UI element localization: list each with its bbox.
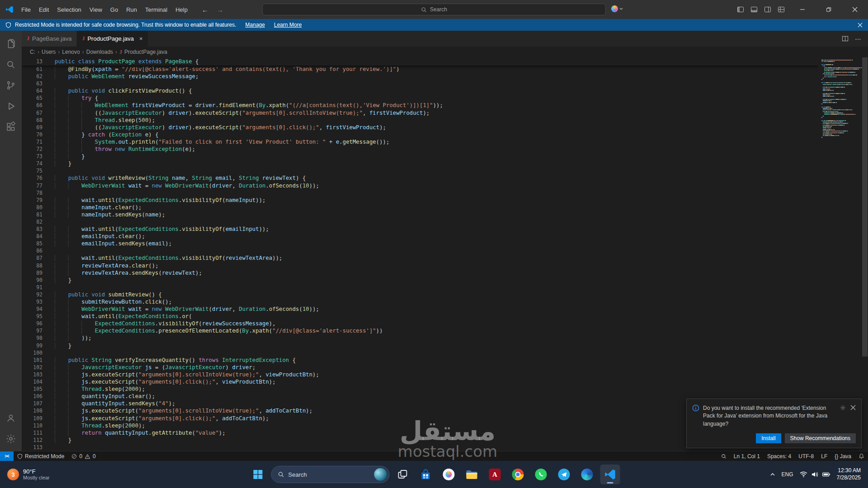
taskbar-app-vscode[interactable] <box>600 465 620 484</box>
sticky-scroll-line[interactable]: 13public class ProductPage extends PageB… <box>22 57 818 66</box>
minimap-line <box>823 78 862 79</box>
notifications-bell-icon[interactable] <box>855 451 868 461</box>
toggle-panel-icon[interactable] <box>750 6 758 13</box>
notification-settings-gear-icon[interactable] <box>840 405 846 411</box>
menu-run[interactable]: Run <box>122 4 141 15</box>
back-arrow-icon[interactable]: ← <box>202 6 208 14</box>
maximize-restore-button[interactable] <box>816 0 842 19</box>
banner-close-icon[interactable] <box>858 23 863 28</box>
breadcrumb-item[interactable]: JProductPage.java <box>119 49 167 56</box>
clock[interactable]: 12:30 AM 7/28/2025 <box>837 467 861 481</box>
menu-file[interactable]: File <box>17 4 35 15</box>
status-cursor-position[interactable]: Ln 1, Col 1 <box>730 451 764 461</box>
status-eol[interactable]: LF <box>817 451 831 461</box>
breadcrumb-label: Users <box>42 49 56 55</box>
taskbar-app-telegram[interactable] <box>554 465 574 484</box>
breadcrumb-item[interactable]: Users <box>42 49 56 55</box>
minimap-line <box>820 81 862 82</box>
account-icon[interactable] <box>0 408 22 428</box>
language-indicator[interactable]: ENG <box>782 471 793 478</box>
more-actions-icon[interactable]: ⋯ <box>855 35 862 42</box>
weather-temp: 90°F <box>23 468 50 475</box>
taskbar-app-edge[interactable] <box>577 465 597 484</box>
code-line: 66 WebElement firstViewProduct = driver.… <box>22 102 868 109</box>
editor-scrollbar[interactable] <box>862 57 868 451</box>
toggle-secondary-sidebar-icon[interactable] <box>764 6 771 13</box>
taskbar-app-chrome[interactable] <box>508 465 528 484</box>
menu-help[interactable]: Help <box>171 4 192 15</box>
run-debug-icon[interactable] <box>0 96 22 117</box>
code-line: 73 } <box>22 153 868 160</box>
weather-widget[interactable]: 3 90°F Mostly clear <box>0 461 57 488</box>
breadcrumb-item[interactable]: C: <box>30 49 35 55</box>
menu-terminal[interactable]: Terminal <box>141 4 171 15</box>
forward-arrow-icon[interactable]: → <box>217 6 223 14</box>
tab-productpage-java[interactable]: JProductPage.java× <box>77 31 148 47</box>
taskbar-app-store[interactable] <box>416 465 436 484</box>
status-encoding[interactable]: UTF-8 <box>795 451 817 461</box>
line-number: 88 <box>22 262 42 269</box>
scrollbar-thumb[interactable] <box>862 57 868 357</box>
search-icon[interactable] <box>0 54 22 75</box>
learn-more-link[interactable]: Learn More <box>274 22 302 28</box>
breadcrumb-item[interactable]: Lenovo <box>62 49 80 55</box>
start-button[interactable] <box>248 465 268 484</box>
status-bar: >< Restricted Mode 0 0 Ln 1, Col 1Spaces… <box>0 451 868 461</box>
status-search-icon[interactable] <box>717 451 730 461</box>
minimap-line <box>823 116 862 117</box>
problems-status[interactable]: 0 0 <box>68 451 99 461</box>
minimap[interactable] <box>818 57 862 451</box>
minimap-line <box>824 69 862 70</box>
split-editor-icon[interactable] <box>842 35 849 42</box>
show-recommendations-button[interactable]: Show Recommendations <box>785 433 856 443</box>
status-indentation[interactable]: Spaces: 4 <box>764 451 795 461</box>
close-button[interactable] <box>842 0 868 19</box>
command-center-search[interactable]: Search <box>262 4 606 15</box>
menu-go[interactable]: Go <box>106 4 122 15</box>
tab-pagebase-java[interactable]: JPageBase.java <box>22 31 77 47</box>
menu-selection[interactable]: Selection <box>53 4 85 15</box>
explorer-icon[interactable] <box>0 33 22 54</box>
quick-settings[interactable] <box>800 471 830 478</box>
menu-view[interactable]: View <box>85 4 106 15</box>
source-control-icon[interactable] <box>0 75 22 96</box>
code-line: 82 <box>22 218 868 225</box>
code-line: 87 wait.until(ExpectedConditions.visibil… <box>22 254 868 262</box>
notification-message: Do you want to install the recommended '… <box>703 404 836 428</box>
settings-gear-icon[interactable] <box>0 428 22 449</box>
taskbar-app-acrobat[interactable]: A <box>485 465 505 484</box>
notification-close-icon[interactable] <box>850 405 856 410</box>
line-number: 67 <box>22 109 42 117</box>
breadcrumb-separator-icon: › <box>58 49 60 55</box>
minimize-button[interactable] <box>789 0 816 19</box>
taskbar-app-task-view[interactable] <box>393 465 413 484</box>
taskbar-app-copilot[interactable] <box>439 465 459 484</box>
copilot-titlebar-icon[interactable] <box>611 5 623 12</box>
code-editor[interactable]: 61 @FindBy(xpath = "//div[@class='alert-… <box>22 57 868 451</box>
line-number: 97 <box>22 327 42 334</box>
minimap-line <box>821 120 862 121</box>
taskbar-app-whatsapp[interactable] <box>531 465 551 484</box>
breadcrumb-item[interactable]: Downloads <box>86 49 113 55</box>
tab-close-icon[interactable]: × <box>139 36 143 42</box>
customize-layout-icon[interactable] <box>778 6 785 13</box>
search-highlight-image[interactable] <box>374 468 387 481</box>
code-line: 72 throw new RuntimeException(e); <box>22 145 868 153</box>
menu-edit[interactable]: Edit <box>35 4 53 15</box>
line-number: 96 <box>22 320 42 327</box>
line-number: 13 <box>22 58 42 65</box>
taskbar-app-file-explorer[interactable] <box>462 465 482 484</box>
toggle-sidebar-icon[interactable] <box>737 6 744 13</box>
wifi-icon <box>800 471 807 478</box>
java-file-icon: J <box>82 35 85 42</box>
install-button[interactable]: Install <box>756 433 781 443</box>
line-number: 68 <box>22 117 42 124</box>
taskbar-search[interactable]: Search <box>271 466 390 483</box>
line-number: 84 <box>22 233 42 240</box>
restricted-mode-status[interactable]: Restricted Mode <box>14 451 68 461</box>
remote-indicator[interactable]: >< <box>0 451 14 461</box>
status-language-mode[interactable]: {} Java <box>831 451 855 461</box>
extensions-icon[interactable] <box>0 117 22 137</box>
manage-link[interactable]: Manage <box>245 22 265 28</box>
hidden-icons-chevron[interactable] <box>770 473 775 476</box>
